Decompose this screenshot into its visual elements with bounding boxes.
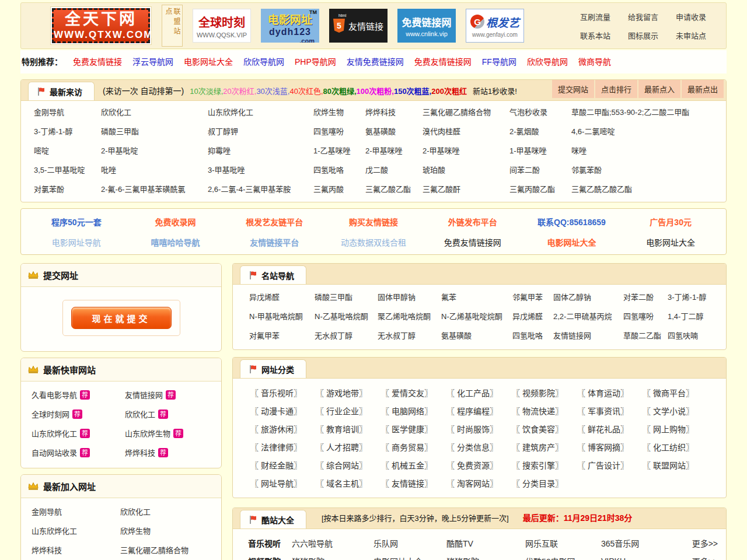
category-link[interactable]: 〖 文学小说〗 (643, 405, 708, 416)
category-link[interactable]: 〖 爱情交友〗 (381, 387, 446, 398)
famous-site-link[interactable]: 对苯二酚 (623, 293, 654, 302)
category-link[interactable]: 〖 音乐视听〗 (250, 387, 316, 398)
visitor-site-link[interactable]: 2-甲基咪唑 (423, 146, 460, 155)
fast-review-link[interactable]: 烨烨科技 (125, 447, 155, 458)
tab-cool-sites[interactable]: 酷站大全 (240, 510, 306, 528)
ad-link[interactable]: 购买友情链接 (324, 216, 423, 228)
visitor-site-link[interactable]: 4,6-二氯嘧啶 (571, 127, 615, 136)
cool-site-link[interactable]: 优酷56电影网 (525, 555, 601, 560)
header-link[interactable]: 未审站点 (676, 30, 706, 41)
lv-button[interactable]: 最新点出 (682, 80, 724, 98)
category-link[interactable]: 〖 体育运动〗 (577, 387, 643, 398)
category-link[interactable]: 〖 搜索引擎〗 (512, 459, 577, 471)
category-link[interactable]: 〖 免费资源〗 (446, 459, 512, 471)
famous-site-link[interactable]: 异戊烯醛 (249, 293, 280, 302)
visitor-site-link[interactable]: 草酸二甲酯;553-90-2;乙二酸二甲酯 (571, 108, 689, 117)
header-link[interactable]: 互刷流量 (580, 11, 610, 22)
visitor-site-link[interactable]: 溴代肉桂醛 (423, 127, 460, 136)
added-site-link[interactable]: 金刚导航 (32, 506, 62, 517)
famous-site-link[interactable]: 草酸二乙酯 (623, 331, 661, 340)
visitor-site-link[interactable]: 2,6-二氯-4-三氟甲基苯胺 (208, 185, 291, 194)
category-link[interactable]: 〖 游戏地带〗 (316, 387, 381, 398)
fast-review-link[interactable]: 友情链接网 (125, 389, 163, 400)
category-link[interactable]: 〖 动漫卡通〗 (250, 405, 316, 416)
category-link[interactable]: 〖 教育培训〗 (316, 423, 381, 435)
famous-site-link[interactable]: 四氢呋喃 (668, 331, 698, 340)
famous-site-link[interactable]: 固体乙醇钠 (553, 293, 591, 302)
visitor-site-link[interactable]: 戊二酸 (365, 166, 388, 174)
cool-site-link[interactable]: 六六啦导航 (292, 537, 374, 549)
visitor-site-link[interactable]: 四氢噻吩 (313, 127, 344, 136)
famous-site-link[interactable]: 氨基磺酸 (441, 331, 472, 340)
category-link[interactable]: 〖 联盟网站〗 (643, 459, 708, 471)
category-link[interactable]: 〖 旅游休闲〗 (250, 423, 316, 435)
fast-review-link[interactable]: 欣欣化工 (125, 408, 155, 419)
famous-site-link[interactable]: 固体甲醇钠 (378, 293, 416, 302)
famous-site-link[interactable]: 无水叔丁醇 (378, 331, 416, 340)
famous-site-link[interactable]: 3-丁烯-1-醇 (668, 293, 706, 302)
ad-link[interactable]: 广告月30元 (621, 216, 720, 228)
category-link[interactable]: 〖 微商平台〗 (643, 387, 708, 398)
famous-site-link[interactable]: 四氢吡咯 (512, 331, 543, 340)
banner-html5-links[interactable]: html 5 友情链接 (329, 9, 388, 43)
visitor-site-link[interactable]: 抑霉唑 (208, 146, 231, 155)
category-link[interactable]: 〖 鲜花礼品〗 (577, 423, 643, 435)
special-link[interactable]: 欣欣导航网 (527, 55, 568, 67)
visitor-site-link[interactable]: 三氟乙酸酐 (423, 185, 460, 194)
category-link[interactable]: 〖 分类信息〗 (446, 441, 512, 453)
category-link[interactable]: 〖 物流快递〗 (512, 405, 577, 416)
visitor-site-link[interactable]: 3,5-二甲基吡啶 (34, 166, 85, 174)
famous-site-link[interactable]: N-甲基吡咯烷酮 (249, 312, 303, 321)
special-link[interactable]: PHP导航网 (295, 55, 336, 67)
famous-site-link[interactable]: 磷酸三甲酯 (315, 293, 352, 302)
visitor-site-link[interactable]: 吡唑 (101, 166, 116, 174)
visitor-site-link[interactable]: 欣欣化工 (101, 108, 131, 117)
ad-link[interactable]: 程序50元一套 (27, 216, 126, 228)
ad-link[interactable]: 电影网址导航 (27, 236, 126, 248)
visitor-site-link[interactable]: 2-氯烟酸 (509, 127, 539, 136)
visitor-site-link[interactable]: 2-氟-6-三氟甲基苯磺酰氯 (101, 185, 185, 194)
banner-cnlink[interactable]: 免费链接网 www.cnlink.vip (397, 9, 456, 43)
famous-site-link[interactable]: N-乙基吡咯烷酮 (315, 312, 368, 321)
cool-site-link[interactable]: 365音乐网 (601, 537, 679, 549)
tab-famous-nav[interactable]: 名站导航 (240, 265, 306, 284)
visitor-site-link[interactable]: 三氟丙酸乙酯 (509, 185, 555, 194)
cool-site-link[interactable]: 猪猪影院 (292, 555, 374, 560)
ad-link[interactable]: 免费友情链接网 (423, 236, 522, 248)
category-link[interactable]: 〖 财经金融〗 (250, 459, 316, 471)
ad-link[interactable]: 友情链接平台 (225, 236, 324, 248)
visitor-site-link[interactable]: 对氯苯酚 (34, 185, 64, 194)
ad-link[interactable]: 动态数据双线合租 (324, 236, 423, 248)
category-link[interactable]: 〖 时尚服饰〗 (446, 423, 512, 435)
special-link[interactable]: 浮云导航网 (132, 55, 173, 67)
category-link[interactable]: 〖 分类目录〗 (512, 477, 577, 489)
category-link[interactable]: 〖 广告设计〗 (577, 459, 643, 471)
visitor-site-link[interactable]: 三氟乙酸乙酯 (365, 185, 411, 194)
famous-site-link[interactable]: 四氢噻吩 (623, 312, 654, 321)
visitor-site-link[interactable]: 氨基磺酸 (365, 127, 396, 136)
visitor-site-link[interactable]: 1-甲基咪唑 (509, 146, 547, 155)
banner-genfayi[interactable]: G 根发艺 www.genfayi.com (466, 9, 524, 43)
category-link[interactable]: 〖 视频影院〗 (512, 387, 577, 398)
famous-site-link[interactable]: 异戊烯醛 (512, 312, 543, 321)
visitor-site-link[interactable]: 1-乙基咪唑 (313, 146, 351, 155)
ad-link[interactable]: 电影网址大全 (621, 236, 720, 248)
added-site-link[interactable]: 欣烨生物 (120, 525, 151, 536)
visitor-site-link[interactable]: 3-丁烯-1-醇 (34, 127, 72, 136)
famous-site-link[interactable]: 聚乙烯吡咯烷酮 (378, 312, 431, 321)
visitor-site-link[interactable]: 琥珀酸 (423, 166, 445, 174)
category-link[interactable]: 〖 网址导航〗 (250, 477, 316, 489)
visitor-site-link[interactable]: 烨烨科技 (365, 108, 396, 117)
visitor-site-link[interactable]: 三氟乙酰乙酸乙酯 (571, 185, 632, 194)
famous-site-link[interactable]: 1,4-丁二醇 (668, 312, 703, 321)
cool-site-link[interactable]: 酷酷TV (446, 537, 525, 549)
visitor-site-link[interactable]: 叔丁醇钾 (208, 127, 238, 136)
visitor-site-link[interactable]: 磷酸三甲酯 (101, 127, 139, 136)
visitor-site-link[interactable]: 欣烨生物 (313, 108, 344, 117)
added-site-link[interactable]: 三氟化硼乙腈络合物 (120, 544, 189, 555)
category-link[interactable]: 〖 电脑网络〗 (381, 405, 446, 416)
visitor-site-link[interactable]: 间苯二酚 (509, 166, 540, 174)
visitor-site-link[interactable]: 2-甲基吡啶 (101, 146, 138, 155)
more-link[interactable]: 更多>> (679, 537, 718, 549)
cool-site-link[interactable]: 电影网址大全 (374, 555, 446, 560)
